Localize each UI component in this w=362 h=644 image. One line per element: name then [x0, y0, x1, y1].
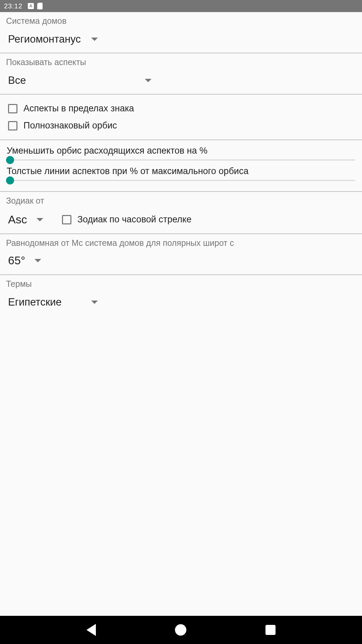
- reduce-orb-label: Уменьшить орбис расходящихся аспектов на…: [6, 146, 356, 156]
- slider-thumb-icon: [6, 156, 14, 164]
- thick-lines-label: Толстые линии аспектов при % от максимал…: [6, 166, 356, 176]
- terms-label: Термы: [6, 279, 356, 289]
- polar-value: 65°: [8, 254, 25, 267]
- zodiac-clockwise-label: Зодиак по часовой стрелке: [77, 214, 191, 225]
- terms-value: Египетские: [8, 296, 62, 308]
- thick-lines-slider[interactable]: [7, 180, 355, 181]
- navigation-bar: [0, 616, 362, 644]
- chevron-down-icon: [91, 301, 98, 304]
- within-sign-label: Аспекты в пределах знака: [23, 103, 134, 114]
- show-aspects-section: Показывать аспекты Все: [0, 53, 362, 94]
- house-system-dropdown[interactable]: Региомонтанус: [6, 32, 100, 47]
- within-sign-checkbox-row[interactable]: Аспекты в пределах знака: [6, 100, 356, 117]
- show-aspects-value: Все: [8, 74, 26, 87]
- show-aspects-label: Показывать аспекты: [6, 57, 356, 67]
- zodiac-from-value: Asc: [8, 213, 27, 226]
- settings-content: Система домов Региомонтанус Показывать а…: [0, 12, 362, 316]
- zodiac-from-dropdown[interactable]: Asc: [6, 212, 45, 227]
- chevron-down-icon: [37, 218, 43, 221]
- checkbox-icon: [62, 215, 71, 224]
- reduce-orb-slider[interactable]: [7, 159, 355, 161]
- polar-section: Равнодомная от Mc система домов для поля…: [0, 233, 362, 274]
- status-bar: 23:12 A: [0, 0, 362, 12]
- status-time: 23:12: [4, 2, 22, 10]
- nav-back-button[interactable]: [86, 624, 96, 636]
- house-system-section: Система домов Региомонтанус: [0, 12, 362, 53]
- thick-lines-slider-block: Толстые линии аспектов при % от максимал…: [6, 165, 356, 185]
- show-aspects-dropdown[interactable]: Все: [6, 73, 154, 88]
- polar-dropdown[interactable]: 65°: [6, 253, 43, 268]
- chevron-down-icon: [91, 38, 98, 41]
- slider-thumb-icon: [6, 176, 14, 184]
- zodiac-from-section: Зодиак от Asc Зодиак по часовой стрелке: [0, 191, 362, 233]
- whole-sign-orb-checkbox-row[interactable]: Полнознаковый орбис: [6, 117, 356, 134]
- nav-recent-button[interactable]: [265, 625, 276, 635]
- chevron-down-icon: [35, 259, 41, 262]
- checkbox-icon: [8, 104, 17, 113]
- checkbox-icon: [8, 121, 17, 130]
- chevron-down-icon: [145, 79, 152, 82]
- house-system-value: Региомонтанус: [8, 33, 81, 45]
- sd-card-icon: [37, 3, 43, 9]
- aspect-options-section: Аспекты в пределах знака Полнознаковый о…: [0, 94, 362, 140]
- whole-sign-orb-label: Полнознаковый орбис: [23, 120, 117, 131]
- zodiac-from-label: Зодиак от: [6, 196, 356, 206]
- orb-sliders-section: Уменьшить орбис расходящихся аспектов на…: [0, 140, 362, 191]
- polar-label: Равнодомная от Mc система домов для поля…: [6, 238, 356, 248]
- nav-home-button[interactable]: [175, 624, 186, 636]
- zodiac-clockwise-checkbox-row[interactable]: Зодиак по часовой стрелке: [62, 214, 191, 225]
- keyboard-indicator-icon: A: [28, 3, 34, 9]
- reduce-orb-slider-block: Уменьшить орбис расходящихся аспектов на…: [6, 144, 356, 165]
- terms-dropdown[interactable]: Египетские: [6, 295, 100, 310]
- house-system-label: Система домов: [6, 16, 356, 26]
- terms-section: Термы Египетские: [0, 274, 362, 316]
